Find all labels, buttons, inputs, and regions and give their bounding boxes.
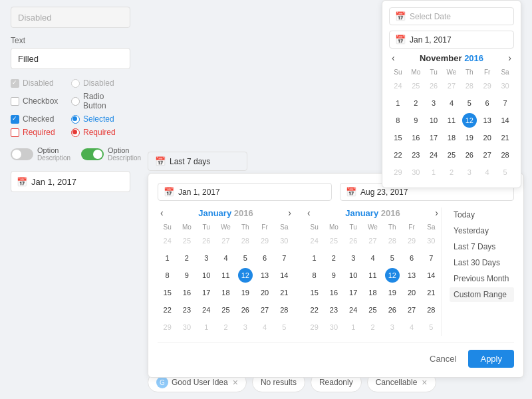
calendar-day[interactable]: 30 <box>177 319 196 336</box>
calendar-day[interactable]: 30 <box>407 164 425 181</box>
calendar-day[interactable]: 30 <box>496 77 514 94</box>
calendar-day[interactable]: 22 <box>158 301 177 319</box>
calendar-day[interactable]: 20 <box>255 284 274 301</box>
calendar-day[interactable]: 15 <box>305 284 324 301</box>
calendar-day[interactable]: 4 <box>478 164 496 181</box>
toggle-on[interactable] <box>81 148 104 160</box>
calendar-day[interactable]: 29 <box>402 232 421 249</box>
calendar-day[interactable]: 30 <box>324 319 343 336</box>
calendar-day[interactable]: 8 <box>158 267 177 284</box>
calendar-day[interactable]: 3 <box>425 94 443 112</box>
calendar-day[interactable]: 5 <box>382 249 402 267</box>
calendar-day[interactable]: 25 <box>324 232 343 249</box>
calendar-day[interactable]: 27 <box>363 232 382 249</box>
cancel-button[interactable]: Cancel <box>423 350 463 367</box>
calendar-day[interactable]: 28 <box>235 232 255 249</box>
calendar-day[interactable]: 30 <box>275 232 294 249</box>
range-cal-left-prev[interactable]: ‹ <box>158 207 166 218</box>
calendar-day[interactable]: 26 <box>425 77 443 94</box>
calendar-day[interactable]: 12 <box>460 112 478 129</box>
calendar-day[interactable]: 5 <box>422 319 441 336</box>
calendar-day[interactable]: 5 <box>496 164 514 181</box>
calendar-day[interactable]: 3 <box>235 319 255 336</box>
filled-input[interactable]: Filled <box>11 48 130 69</box>
calendar-day[interactable]: 24 <box>158 232 177 249</box>
calendar-day[interactable]: 10 <box>344 267 363 284</box>
calendar-day[interactable]: 5 <box>235 249 255 267</box>
chip-cancellable-cancel[interactable]: × <box>422 377 427 388</box>
calendar-day[interactable]: 25 <box>363 301 382 319</box>
calendar-day[interactable]: 28 <box>496 146 514 164</box>
calendar-day[interactable]: 19 <box>382 284 402 301</box>
calendar-day[interactable]: 25 <box>407 77 425 94</box>
calendar-day[interactable]: 21 <box>422 284 441 301</box>
calendar-day[interactable]: 7 <box>275 249 294 267</box>
calendar-day[interactable]: 24 <box>389 77 407 94</box>
calendar-day[interactable]: 4 <box>363 249 382 267</box>
calendar-day[interactable]: 1 <box>158 249 177 267</box>
calendar-day[interactable]: 9 <box>324 267 343 284</box>
calendar-day[interactable]: 8 <box>305 267 324 284</box>
required-checkbox[interactable] <box>11 128 19 137</box>
calendar-day[interactable]: 8 <box>389 112 407 129</box>
calendar-day[interactable]: 28 <box>460 77 478 94</box>
calendar-day[interactable]: 29 <box>305 319 324 336</box>
toggle-off-item[interactable]: Option Description <box>11 146 70 162</box>
calendar-day[interactable]: 27 <box>443 77 461 94</box>
calendar-day[interactable]: 12 <box>382 267 402 284</box>
radio-button[interactable] <box>71 97 80 106</box>
calendar-day[interactable]: 2 <box>177 249 196 267</box>
radio-button-row[interactable]: Radio Button <box>71 92 129 110</box>
shortcut-yesterday[interactable]: Yesterday <box>450 223 514 238</box>
jan-date-bar[interactable]: 📅 Jan 1, 2017 <box>389 31 514 49</box>
calendar-day[interactable]: 18 <box>216 284 235 301</box>
last-7-days-bar[interactable]: 📅 Last 7 days <box>148 152 247 171</box>
calendar-day[interactable]: 13 <box>402 267 421 284</box>
selected-radio[interactable] <box>71 115 80 124</box>
calendar-day[interactable]: 24 <box>344 301 363 319</box>
calendar-day[interactable]: 18 <box>443 129 461 146</box>
select-date-bar[interactable]: 📅 Select Date <box>389 7 514 25</box>
calendar-day[interactable]: 13 <box>255 267 274 284</box>
calendar-day[interactable]: 6 <box>402 249 421 267</box>
calendar-day[interactable]: 28 <box>275 301 294 319</box>
calendar-day[interactable]: 29 <box>255 232 274 249</box>
calendar-day[interactable]: 11 <box>443 112 461 129</box>
toggle-off[interactable] <box>11 148 33 160</box>
chip-good-user-cancel[interactable]: × <box>233 377 238 388</box>
checked-checkbox[interactable] <box>11 115 19 124</box>
small-cal-next[interactable]: › <box>505 53 514 63</box>
range-cal-left-next[interactable]: › <box>285 207 294 218</box>
range-cal-right-prev[interactable]: ‹ <box>305 207 313 218</box>
calendar-day[interactable]: 15 <box>158 284 177 301</box>
calendar-day[interactable]: 14 <box>275 267 294 284</box>
shortcut-custom[interactable]: Custom Range <box>450 287 514 302</box>
calendar-day[interactable]: 4 <box>443 94 461 112</box>
calendar-day[interactable]: 26 <box>460 146 478 164</box>
calendar-day[interactable]: 11 <box>216 267 235 284</box>
calendar-day[interactable]: 22 <box>305 301 324 319</box>
calendar-day[interactable]: 1 <box>305 249 324 267</box>
calendar-day[interactable]: 17 <box>425 129 443 146</box>
calendar-day[interactable]: 2 <box>407 94 425 112</box>
shortcut-last30[interactable]: Last 30 Days <box>450 255 514 270</box>
calendar-day[interactable]: 4 <box>402 319 421 336</box>
calendar-day[interactable]: 23 <box>177 301 196 319</box>
calendar-day[interactable]: 7 <box>422 249 441 267</box>
calendar-day[interactable]: 19 <box>460 129 478 146</box>
calendar-day[interactable]: 4 <box>255 319 274 336</box>
calendar-day[interactable]: 6 <box>255 249 274 267</box>
calendar-day[interactable]: 3 <box>197 249 216 267</box>
calendar-day[interactable]: 24 <box>425 146 443 164</box>
calendar-day[interactable]: 24 <box>197 301 216 319</box>
range-start-input[interactable]: 📅 Jan 1, 2017 <box>158 183 332 201</box>
calendar-day[interactable]: 2 <box>324 249 343 267</box>
calendar-day[interactable]: 10 <box>425 112 443 129</box>
calendar-day[interactable]: 2 <box>363 319 382 336</box>
calendar-day[interactable]: 28 <box>382 232 402 249</box>
calendar-day[interactable]: 1 <box>425 164 443 181</box>
calendar-day[interactable]: 16 <box>177 284 196 301</box>
calendar-day[interactable]: 15 <box>389 129 407 146</box>
calendar-day[interactable]: 29 <box>478 77 496 94</box>
calendar-day[interactable]: 5 <box>460 94 478 112</box>
